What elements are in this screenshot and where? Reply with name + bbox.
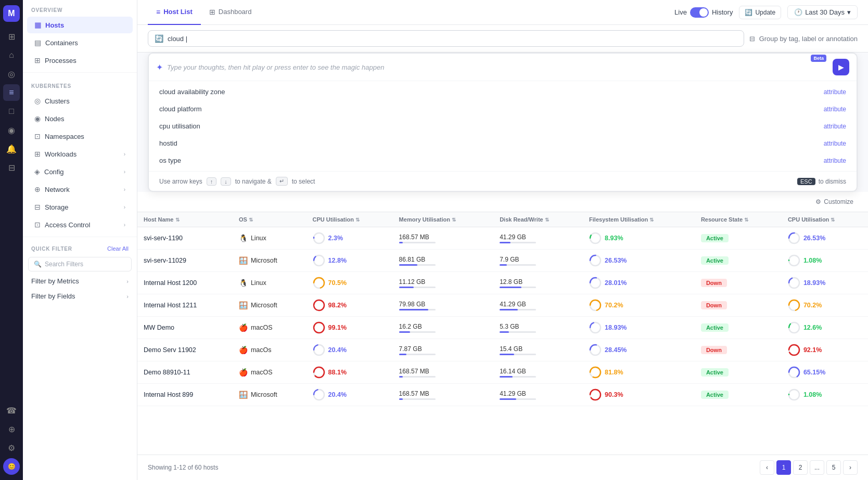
sidebar-item-home[interactable]: ⌂ bbox=[3, 47, 20, 63]
table-row[interactable]: Internal Host 899 🪟Microsoft 20.4% 168.5… bbox=[137, 384, 868, 406]
ai-attribute-1: attribute bbox=[824, 106, 846, 113]
cell-fs-6: 81.8% bbox=[583, 361, 695, 384]
sort-icon-cpu: ⇅ bbox=[355, 217, 360, 223]
group-by-control[interactable]: ⊟ Group by tag, label or annotation bbox=[749, 35, 858, 43]
customize-icon: ⚙ bbox=[815, 198, 821, 205]
tab-host-list[interactable]: ≡ Host List bbox=[148, 0, 201, 25]
sidebar-item-clusters[interactable]: ◎ Clusters bbox=[27, 93, 133, 109]
access-chevron: › bbox=[124, 222, 125, 228]
cell-name-0: svi-serv-1190 bbox=[137, 227, 233, 250]
cell-disk-3: 41.29 GB bbox=[493, 294, 583, 317]
sidebar-item-processes[interactable]: ⊞ Processes bbox=[27, 52, 133, 69]
tab-dashboard-icon: ⊞ bbox=[209, 8, 215, 16]
page-5-button[interactable]: 5 bbox=[826, 460, 841, 475]
ai-suggestion-3[interactable]: hostid attribute bbox=[149, 135, 857, 152]
sidebar-item-nodes[interactable]: ◉ bbox=[3, 122, 20, 138]
sidebar-item-workloads[interactable]: ⊞ Workloads › bbox=[27, 146, 133, 162]
ai-suggestion-4[interactable]: os type attribute bbox=[149, 152, 857, 169]
sidebar-item-container[interactable]: □ bbox=[3, 103, 20, 120]
cell-os-6: 🍎macOS bbox=[233, 361, 307, 384]
app-logo[interactable]: M bbox=[3, 5, 20, 22]
group-by-text: Group by tag, label or annotation bbox=[759, 35, 858, 43]
ai-attribute-2: attribute bbox=[824, 123, 846, 130]
sidebar-item-list[interactable]: ≡ bbox=[3, 84, 20, 101]
sidebar-item-containers[interactable]: ▤ Containers bbox=[27, 34, 133, 51]
table-row[interactable]: Demo Serv 11902 🍎macOs 20.4% 7.87 GB 15.… bbox=[137, 339, 868, 361]
prev-page-button[interactable]: ‹ bbox=[760, 460, 774, 475]
sidebar-item-settings[interactable]: ⚙ bbox=[3, 439, 20, 456]
cell-cpu-2: 70.5% bbox=[307, 272, 393, 294]
col-disk[interactable]: Disk Read/Write ⇅ bbox=[493, 212, 583, 227]
col-cpu[interactable]: CPU Utilisation ⇅ bbox=[307, 212, 393, 227]
sidebar-item-access[interactable]: ⊡ Access Control › bbox=[27, 216, 133, 233]
sidebar-item-storage[interactable]: ⊟ Storage › bbox=[27, 199, 133, 215]
ai-suggestion-0[interactable]: cloud availability zone attribute bbox=[149, 83, 857, 100]
sidebar-item-support[interactable]: ☎ bbox=[3, 402, 20, 419]
col-fs[interactable]: Filesystem Utilisation ⇅ bbox=[583, 212, 695, 227]
search-filter-box[interactable]: 🔍 Search Filters bbox=[28, 257, 132, 271]
time-range-button[interactable]: 🕐 Last 30 Days ▾ bbox=[787, 5, 858, 19]
clear-all-button[interactable]: Clear All bbox=[107, 245, 129, 252]
svg-point-2 bbox=[590, 233, 601, 243]
tab-dashboard[interactable]: ⊞ Dashboard bbox=[201, 0, 260, 25]
cell-cpu2-3: 70.2% bbox=[782, 294, 868, 317]
cell-os-2: 🐧Linux bbox=[233, 272, 307, 294]
cell-state-0: Active bbox=[695, 227, 782, 250]
table-row[interactable]: Internal Host 1211 🪟Microsoft 98.2% 79.9… bbox=[137, 294, 868, 317]
cell-fs-7: 90.3% bbox=[583, 384, 695, 406]
sidebar-item-config[interactable]: ◈ Config › bbox=[27, 163, 133, 180]
col-cpu2[interactable]: CPU Utilisation ⇅ bbox=[782, 212, 868, 227]
filter-metrics-chevron: › bbox=[126, 278, 129, 284]
ai-play-button[interactable]: ▶ bbox=[833, 59, 849, 75]
sidebar-item-k8s-nodes[interactable]: ◉ Nodes bbox=[27, 110, 133, 127]
sidebar-item-user[interactable]: 😊 bbox=[3, 458, 20, 475]
cell-cpu2-4: 12.6% bbox=[782, 317, 868, 339]
table-row[interactable]: Internal Host 1200 🐧Linux 70.5% 11.12 GB… bbox=[137, 272, 868, 294]
col-mem[interactable]: Memory Utilisation ⇅ bbox=[393, 212, 494, 227]
col-state[interactable]: Resource State ⇅ bbox=[695, 212, 782, 227]
filter-metrics-label: Filter by Metrics bbox=[31, 277, 79, 285]
table-row[interactable]: svi-serv-11029 🪟Microsoft 12.8% 86.81 GB… bbox=[137, 250, 868, 272]
customize-button[interactable]: ⚙ Customize bbox=[811, 196, 858, 207]
cell-cpu2-5: 92.1% bbox=[782, 339, 868, 361]
sidebar-item-hosts[interactable]: ▦ Hosts bbox=[27, 17, 133, 33]
cell-cpu2-6: 65.15% bbox=[782, 361, 868, 384]
col-host-name[interactable]: Host Name ⇅ bbox=[137, 212, 233, 227]
clusters-icon: ◎ bbox=[34, 97, 41, 105]
update-button[interactable]: 🔄 Update bbox=[739, 6, 781, 19]
group-by-icon: ⊟ bbox=[749, 35, 755, 43]
filter-metrics-row[interactable]: Filter by Metrics › bbox=[23, 274, 137, 289]
search-filter-label: Search Filters bbox=[45, 261, 83, 268]
sidebar-item-namespaces[interactable]: ⊡ Namespaces bbox=[27, 128, 133, 145]
page-1-button[interactable]: 1 bbox=[776, 460, 791, 475]
table-row[interactable]: Demo 88910-11 🍎macOS 88.1% 168.57 MB 16.… bbox=[137, 361, 868, 384]
next-page-button[interactable]: › bbox=[843, 460, 858, 475]
sidebar-item-grid[interactable]: ⊞ bbox=[3, 28, 20, 45]
kubernetes-label: KUBERNETES bbox=[23, 76, 137, 92]
cell-mem-5: 7.87 GB bbox=[393, 339, 494, 361]
ai-attribute-3: attribute bbox=[824, 140, 846, 147]
filter-fields-row[interactable]: Filter by Fields › bbox=[23, 289, 137, 304]
sidebar-item-integrations[interactable]: ⊕ bbox=[3, 421, 20, 437]
ai-dropdown: ✦ Type your thoughts, then hit play or p… bbox=[148, 53, 858, 192]
table-row[interactable]: MW Demo 🍎macOS 99.1% 16.2 GB 5.3 GB bbox=[137, 317, 868, 339]
clock-icon: 🕐 bbox=[794, 8, 802, 16]
svg-point-45 bbox=[590, 390, 601, 400]
ai-suggestion-1[interactable]: cloud platform attribute bbox=[149, 100, 857, 118]
pagination-info: Showing 1-12 of 60 hosts bbox=[148, 464, 218, 471]
sidebar-item-monitor[interactable]: ◎ bbox=[3, 66, 20, 82]
live-toggle-pill[interactable] bbox=[690, 7, 709, 18]
page-2-button[interactable]: 2 bbox=[793, 460, 808, 475]
svg-point-25 bbox=[314, 322, 324, 333]
filter-fields-chevron: › bbox=[126, 293, 129, 300]
table-row[interactable]: svi-serv-1190 🐧Linux 2.3% 168.57 MB 41.2… bbox=[137, 227, 868, 250]
col-os[interactable]: OS ⇅ bbox=[233, 212, 307, 227]
hosts-icon: ▦ bbox=[34, 21, 41, 29]
cell-os-7: 🪟Microsoft bbox=[233, 384, 307, 406]
sidebar-item-alerts[interactable]: 🔔 bbox=[3, 140, 20, 157]
ai-suggestion-2[interactable]: cpu utilisation attribute bbox=[149, 118, 857, 135]
ai-placeholder: Type your thoughts, then hit play or pre… bbox=[167, 63, 828, 71]
search-input-wrap[interactable]: 🔄 cloud | bbox=[148, 30, 744, 47]
sidebar-item-apps[interactable]: ⊟ bbox=[3, 159, 20, 176]
sidebar-item-network[interactable]: ⊕ Network › bbox=[27, 181, 133, 198]
